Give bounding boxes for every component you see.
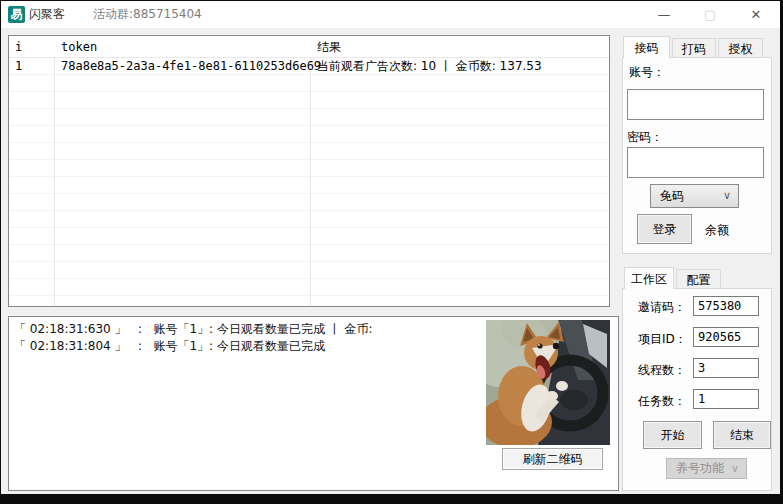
column-header-token: token (55, 36, 310, 58)
start-button[interactable]: 开始 (643, 421, 702, 449)
app-logo-icon: 易 (8, 6, 25, 23)
token-table: i token 结果 1 78a8e8a5-2a3a-4fe1-8e81-611… (8, 35, 610, 307)
refresh-qr-button[interactable]: 刷新二维码 (502, 448, 603, 470)
account-nurture-dropdown: 养号功能 ∨ (666, 458, 747, 479)
login-button[interactable]: 登录 (637, 214, 692, 244)
row-result-cell: 当前观看广告次数: 10 丨 金币数: 137.53 (311, 58, 609, 75)
log-panel[interactable]: 「 02:18:31:630 」 : 账号「1」: 今日观看数量已完成 丨 金币… (8, 316, 619, 491)
dog-photo (486, 320, 610, 445)
password-input[interactable] (627, 147, 764, 178)
table-header: i token 结果 (9, 36, 609, 58)
log-line: 「 02:18:31:804 」 : 账号「1」: 今日观看数量已完成 (14, 338, 325, 355)
code-mode-value: 免码 (660, 189, 684, 203)
chevron-down-icon: ∨ (723, 185, 731, 207)
row-index-cell: 1 (9, 58, 54, 75)
tab-solve-code[interactable]: 打码 (672, 38, 716, 58)
column-header-i: i (9, 36, 54, 58)
project-id-input[interactable] (693, 327, 759, 347)
project-id-label: 项目ID： (638, 331, 687, 347)
tab-receive-code[interactable]: 接码 (623, 36, 670, 58)
window-title: 闪聚客 (29, 1, 65, 28)
app-window: 易 闪聚客 活动群:885715404 — ▢ ✕ i token 结果 1 7… (1, 1, 780, 494)
close-icon[interactable]: ✕ (733, 1, 779, 28)
column-header-result: 结果 (311, 36, 609, 58)
tab-config[interactable]: 配置 (676, 269, 721, 289)
username-input[interactable] (627, 89, 764, 120)
balance-label: 余额 (705, 222, 729, 239)
stop-button[interactable]: 结束 (713, 421, 771, 449)
title-bar: 易 闪聚客 活动群:885715404 — ▢ ✕ (1, 1, 780, 28)
task-count-input[interactable] (693, 389, 759, 409)
invite-code-input[interactable] (693, 296, 759, 316)
row-token-cell: 78a8e8a5-2a3a-4fe1-8e81-6110253d6e69 (55, 58, 310, 75)
task-count-label: 任务数： (638, 393, 686, 409)
thread-count-label: 线程数： (638, 362, 686, 378)
minimize-icon[interactable]: — (641, 1, 687, 28)
table-row[interactable]: 1 78a8e8a5-2a3a-4fe1-8e81-6110253d6e69 当… (9, 58, 609, 75)
tab-workspace[interactable]: 工作区 (624, 267, 674, 289)
window-edge-shadow (0, 494, 783, 504)
username-label: 账号： (629, 64, 665, 80)
invite-code-label: 邀请码： (638, 299, 686, 315)
chevron-down-icon: ∨ (731, 459, 739, 478)
code-mode-dropdown[interactable]: 免码 ∨ (650, 184, 739, 208)
activity-group-label: 活动群:885715404 (93, 1, 202, 28)
table-empty-grid (9, 75, 609, 306)
tab-authorize[interactable]: 授权 (718, 38, 763, 58)
thread-count-input[interactable] (693, 358, 759, 378)
column-divider (54, 36, 55, 306)
password-label: 密码： (627, 129, 663, 145)
account-nurture-value: 养号功能 (676, 461, 724, 475)
maximize-icon[interactable]: ▢ (687, 1, 733, 28)
log-line: 「 02:18:31:630 」 : 账号「1」: 今日观看数量已完成 丨 金币… (14, 321, 373, 338)
column-divider (310, 36, 311, 306)
